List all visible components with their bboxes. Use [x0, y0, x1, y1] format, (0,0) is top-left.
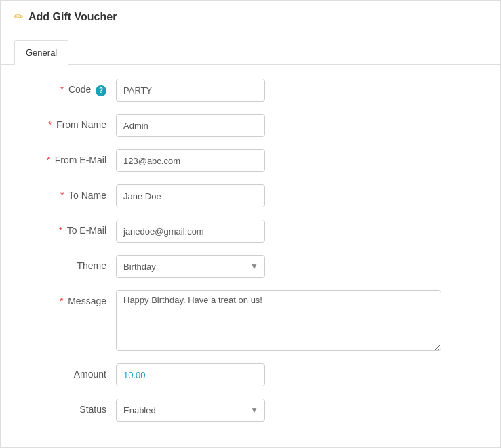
page-title: Add Gift Voucher — [28, 11, 117, 23]
required-star-to-email: * — [59, 225, 62, 236]
form-container: * Code ? * From Name * From E-Mail — [1, 65, 500, 447]
code-input[interactable] — [116, 79, 265, 102]
form-row-to-email: * To E-Mail — [21, 220, 480, 243]
form-row-from-email: * From E-Mail — [21, 149, 480, 172]
form-row-to-name: * To Name — [21, 184, 480, 207]
label-from-name: * From Name — [21, 114, 116, 130]
required-star-code: * — [60, 84, 64, 95]
label-to-email: * To E-Mail — [21, 220, 116, 236]
amount-input[interactable] — [116, 363, 265, 386]
page-header: ✏ Add Gift Voucher — [1, 1, 500, 33]
status-select[interactable]: Enabled Disabled — [116, 399, 265, 422]
form-row-message: * Message Happy Birthday. Have a treat o… — [21, 290, 480, 351]
from-name-input[interactable] — [116, 114, 265, 137]
label-from-email: * From E-Mail — [21, 149, 116, 165]
required-star-from-name: * — [48, 119, 52, 130]
edit-icon: ✏ — [14, 10, 23, 23]
label-message: * Message — [21, 290, 116, 306]
label-theme: Theme — [21, 255, 116, 271]
theme-select[interactable]: Birthday Christmas Anniversary Other — [116, 255, 265, 278]
page-container: ✏ Add Gift Voucher General * Code ? * Fr… — [0, 0, 501, 448]
tab-general[interactable]: General — [14, 40, 68, 65]
form-row-code: * Code ? — [21, 79, 480, 102]
label-status: Status — [21, 399, 116, 415]
form-row-from-name: * From Name — [21, 114, 480, 137]
form-row-amount: Amount — [21, 363, 480, 386]
help-icon-code[interactable]: ? — [96, 85, 106, 96]
form-row-status: Status Enabled Disabled ▼ — [21, 399, 480, 422]
required-star-message: * — [60, 296, 63, 306]
form-row-theme: Theme Birthday Christmas Anniversary Oth… — [21, 255, 480, 278]
to-email-input[interactable] — [116, 220, 265, 243]
label-to-name: * To Name — [21, 184, 116, 201]
theme-select-wrapper: Birthday Christmas Anniversary Other ▼ — [116, 255, 265, 278]
message-textarea[interactable]: Happy Birthday. Have a treat on us! — [116, 290, 441, 351]
tabs-container: General — [1, 33, 500, 65]
to-name-input[interactable] — [116, 184, 265, 207]
required-star-from-email: * — [47, 155, 50, 165]
status-select-wrapper: Enabled Disabled ▼ — [116, 399, 265, 422]
from-email-input[interactable] — [116, 149, 265, 172]
label-amount: Amount — [21, 363, 116, 380]
label-code: * Code ? — [21, 79, 116, 96]
required-star-to-name: * — [60, 190, 64, 201]
